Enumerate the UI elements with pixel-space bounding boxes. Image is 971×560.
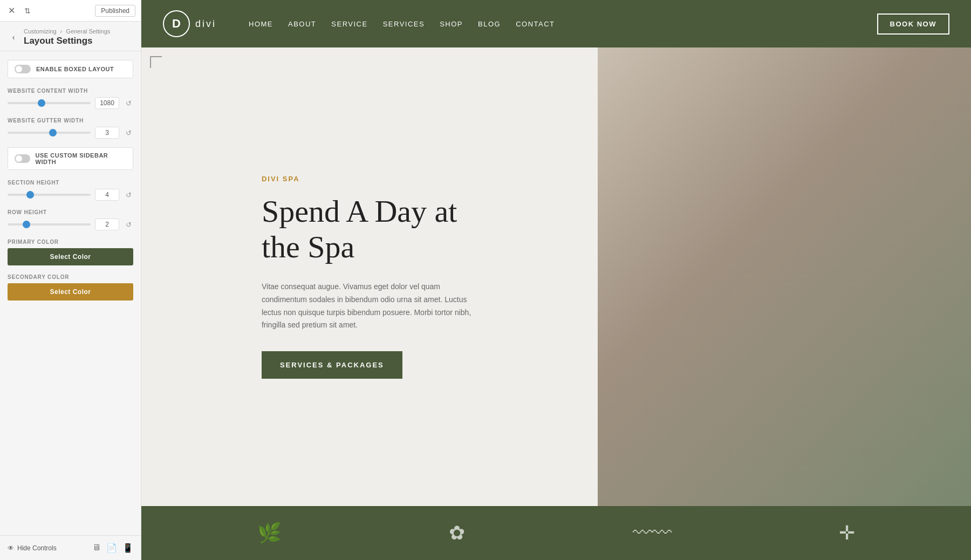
device-icons: 🖥 📄 📱 <box>92 543 133 553</box>
nav-link-service[interactable]: SERVICE <box>331 20 367 28</box>
use-custom-sidebar-width-toggle[interactable]: USE CUSTOM SIDEBAR WIDTH <box>8 147 133 170</box>
row-height-reset[interactable]: ↺ <box>124 220 133 229</box>
section-height-input[interactable] <box>95 189 119 201</box>
hero-description: Vitae consequat augue. Vivamus eget dolo… <box>262 281 477 332</box>
left-panel: ✕ ⇅ Published ‹ Customizing › General Se… <box>0 0 141 560</box>
nav-bar: D divi HOME ABOUT SERVICE SERVICES SHOP … <box>141 0 971 47</box>
hero-section: DIVI SPA Spend A Day at the Spa Vitae co… <box>141 47 971 506</box>
website-content-width-input[interactable] <box>95 97 119 109</box>
primary-color-button[interactable]: Select Color <box>8 248 133 265</box>
row-height-setting: ROW HEIGHT ↺ <box>8 209 133 230</box>
preview-area: D divi HOME ABOUT SERVICE SERVICES SHOP … <box>141 0 971 560</box>
secondary-color-label: SECONDARY COLOR <box>8 274 133 280</box>
footer-teaser: 🌿 ✿ 〰〰 ✛ <box>141 506 971 560</box>
website-gutter-width-reset[interactable]: ↺ <box>124 128 133 138</box>
hero-left: DIVI SPA Spend A Day at the Spa Vitae co… <box>141 47 598 506</box>
secondary-color-setting: SECONDARY COLOR Select Color <box>8 274 133 301</box>
custom-sidebar-label: USE CUSTOM SIDEBAR WIDTH <box>36 152 126 165</box>
book-now-button[interactable]: BOOK NOW <box>877 13 949 35</box>
logo-text: divi <box>195 18 216 30</box>
back-arrow-icon[interactable]: ‹ <box>8 31 19 43</box>
hero-cta-button[interactable]: SERVICES & PACKAGES <box>262 351 402 379</box>
enable-boxed-layout-toggle[interactable]: ENABLE BOXED LAYOUT <box>8 60 133 78</box>
close-icon[interactable]: ✕ <box>5 5 17 17</box>
hide-controls-label: Hide Controls <box>17 544 57 552</box>
corner-decoration <box>150 56 162 68</box>
eye-icon: 👁 <box>8 544 14 552</box>
breadcrumb-section: ‹ Customizing › General Settings Layout … <box>0 22 141 51</box>
footer-icon-flower: ✿ <box>449 522 465 544</box>
footer-icon-leaf: 🌿 <box>257 522 282 544</box>
website-gutter-width-slider[interactable] <box>8 132 91 134</box>
website-content-width-reset[interactable]: ↺ <box>124 98 133 108</box>
hero-title: Spend A Day at the Spa <box>262 194 477 265</box>
hero-image <box>598 47 971 506</box>
bottom-bar: 👁 Hide Controls 🖥 📄 📱 <box>0 535 141 560</box>
toggle-switch[interactable] <box>15 65 31 73</box>
website-content-width-slider[interactable] <box>8 102 91 104</box>
website-gutter-width-input[interactable] <box>95 127 119 139</box>
nav-links: HOME ABOUT SERVICE SERVICES SHOP BLOG CO… <box>249 20 877 28</box>
hide-controls-button[interactable]: 👁 Hide Controls <box>8 544 57 552</box>
website-content-width-label: WEBSITE CONTENT WIDTH <box>8 88 133 94</box>
nav-logo: D divi <box>163 10 216 37</box>
logo-circle: D <box>163 10 190 37</box>
section-height-label: SECTION HEIGHT <box>8 180 133 186</box>
secondary-color-button[interactable]: Select Color <box>8 283 133 301</box>
section-height-reset[interactable]: ↺ <box>124 190 133 200</box>
primary-color-setting: PRIMARY COLOR Select Color <box>8 239 133 265</box>
page-title: Layout Settings <box>24 36 110 46</box>
nav-link-shop[interactable]: SHOP <box>440 20 463 28</box>
tablet-icon[interactable]: 📄 <box>106 543 117 553</box>
nav-link-services[interactable]: SERVICES <box>383 20 425 28</box>
footer-icon-cross: ✛ <box>839 522 855 544</box>
hero-right <box>598 47 971 506</box>
nav-link-about[interactable]: ABOUT <box>288 20 316 28</box>
section-height-setting: SECTION HEIGHT ↺ <box>8 180 133 201</box>
footer-icon-wave: 〰〰 <box>633 522 672 544</box>
logo-letter: D <box>172 17 181 31</box>
nav-link-home[interactable]: HOME <box>249 20 273 28</box>
primary-color-label: PRIMARY COLOR <box>8 239 133 245</box>
website-content-width-setting: WEBSITE CONTENT WIDTH ↺ <box>8 88 133 109</box>
sort-icon[interactable]: ⇅ <box>22 5 33 17</box>
mobile-icon[interactable]: 📱 <box>122 543 133 553</box>
website-gutter-width-label: WEBSITE GUTTER WIDTH <box>8 118 133 124</box>
row-height-label: ROW HEIGHT <box>8 209 133 215</box>
published-badge[interactable]: Published <box>95 5 135 17</box>
hero-tag: DIVI SPA <box>262 175 477 183</box>
row-height-input[interactable] <box>95 218 119 230</box>
desktop-icon[interactable]: 🖥 <box>92 543 101 553</box>
panel-content: ENABLE BOXED LAYOUT WEBSITE CONTENT WIDT… <box>0 51 141 535</box>
custom-sidebar-toggle-switch[interactable] <box>15 154 30 163</box>
breadcrumb: Customizing › General Settings <box>24 28 110 35</box>
nav-link-blog[interactable]: BLOG <box>478 20 501 28</box>
top-bar: ✕ ⇅ Published <box>0 0 141 22</box>
row-height-slider[interactable] <box>8 223 91 226</box>
section-height-slider[interactable] <box>8 194 91 196</box>
website-gutter-width-setting: WEBSITE GUTTER WIDTH ↺ <box>8 118 133 139</box>
nav-link-contact[interactable]: CONTACT <box>516 20 555 28</box>
enable-boxed-layout-label: ENABLE BOXED LAYOUT <box>36 66 114 72</box>
